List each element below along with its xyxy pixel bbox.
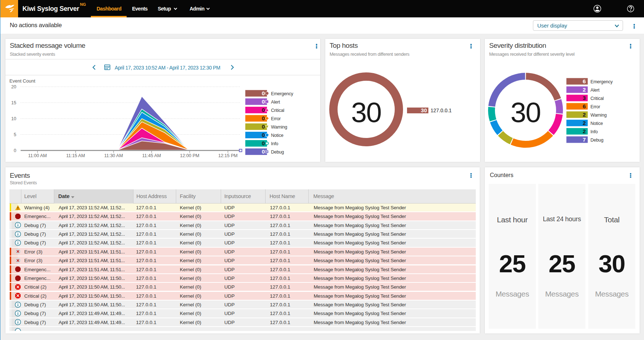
svg-text:0: 0 bbox=[262, 90, 265, 96]
svg-text:3: 3 bbox=[582, 95, 586, 101]
svg-text:12:15 PM: 12:15 PM bbox=[218, 153, 238, 158]
svg-text:Event Count: Event Count bbox=[9, 78, 35, 84]
svg-text:Alert: Alert bbox=[590, 88, 599, 93]
svg-text:2: 2 bbox=[582, 128, 586, 134]
svg-text:30: 30 bbox=[421, 107, 427, 113]
svg-text:Debug: Debug bbox=[271, 150, 284, 155]
svg-text:5: 5 bbox=[14, 132, 16, 137]
svg-text:11:00 AM: 11:00 AM bbox=[28, 153, 47, 158]
svg-text:6: 6 bbox=[582, 103, 586, 109]
svg-text:Warning: Warning bbox=[271, 125, 287, 130]
svg-text:0: 0 bbox=[262, 132, 265, 138]
svg-text:Emergency: Emergency bbox=[590, 79, 613, 84]
svg-text:15: 15 bbox=[11, 100, 16, 105]
svg-text:20: 20 bbox=[11, 84, 16, 89]
svg-text:30: 30 bbox=[510, 96, 541, 128]
svg-text:0: 0 bbox=[262, 98, 265, 105]
svg-text:0: 0 bbox=[262, 140, 265, 146]
svg-text:11:30 AM: 11:30 AM bbox=[104, 153, 123, 158]
svg-text:Info: Info bbox=[590, 129, 598, 134]
svg-text:Error: Error bbox=[271, 116, 281, 121]
svg-text:2: 2 bbox=[582, 87, 586, 93]
svg-text:Notice: Notice bbox=[590, 121, 603, 126]
svg-text:Emergency: Emergency bbox=[271, 91, 293, 96]
svg-text:0: 0 bbox=[262, 148, 265, 155]
svg-text:Debug: Debug bbox=[590, 138, 603, 143]
svg-text:Info: Info bbox=[271, 141, 278, 146]
svg-text:30: 30 bbox=[351, 96, 381, 128]
svg-text:10: 10 bbox=[11, 116, 16, 121]
svg-text:Notice: Notice bbox=[271, 133, 283, 138]
svg-text:11:45 AM: 11:45 AM bbox=[142, 153, 161, 158]
svg-text:Critical: Critical bbox=[271, 108, 284, 113]
svg-text:0: 0 bbox=[262, 115, 265, 121]
svg-text:Error: Error bbox=[590, 104, 600, 109]
svg-text:0: 0 bbox=[14, 148, 16, 153]
svg-text:Alert: Alert bbox=[271, 100, 280, 105]
svg-text:2: 2 bbox=[582, 112, 586, 118]
svg-text:Critical: Critical bbox=[590, 96, 604, 101]
svg-text:0: 0 bbox=[262, 107, 265, 113]
svg-text:Warning: Warning bbox=[590, 113, 607, 118]
svg-text:11:15 AM: 11:15 AM bbox=[66, 153, 85, 158]
svg-text:127.0.0.1: 127.0.0.1 bbox=[431, 108, 452, 113]
svg-text:6: 6 bbox=[582, 78, 586, 84]
svg-text:12:00 PM: 12:00 PM bbox=[180, 153, 200, 158]
svg-text:2: 2 bbox=[582, 120, 586, 126]
svg-text:7: 7 bbox=[582, 137, 586, 143]
svg-text:0: 0 bbox=[262, 123, 265, 130]
